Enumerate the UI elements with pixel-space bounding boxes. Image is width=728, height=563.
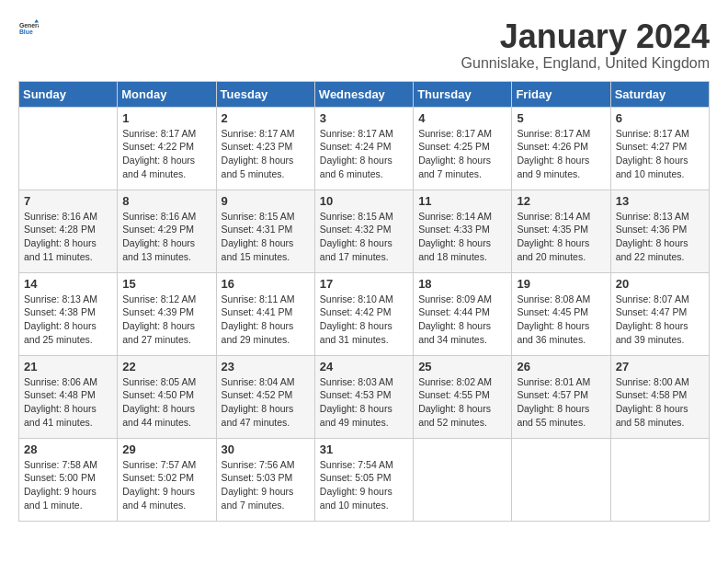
day-info: Sunrise: 8:14 AM Sunset: 4:35 PM Dayligh… [517,210,605,264]
calendar-cell: 19Sunrise: 8:08 AM Sunset: 4:45 PM Dayli… [512,272,610,355]
calendar-cell: 5Sunrise: 8:17 AM Sunset: 4:26 PM Daylig… [512,107,610,190]
day-number: 28 [24,442,112,456]
day-info: Sunrise: 8:13 AM Sunset: 4:36 PM Dayligh… [616,210,704,264]
day-number: 10 [320,194,408,208]
calendar-title: January 2024 [461,18,710,55]
day-number: 13 [616,194,704,208]
calendar-cell: 2Sunrise: 8:17 AM Sunset: 4:23 PM Daylig… [216,107,314,190]
day-number: 30 [222,442,310,456]
day-info: Sunrise: 8:16 AM Sunset: 4:28 PM Dayligh… [24,210,112,264]
day-number: 14 [24,277,112,291]
calendar-cell: 18Sunrise: 8:09 AM Sunset: 4:44 PM Dayli… [414,272,512,355]
calendar-cell: 21Sunrise: 8:06 AM Sunset: 4:48 PM Dayli… [19,355,118,438]
day-number: 22 [122,360,210,373]
day-number: 5 [517,111,605,125]
col-friday: Friday [512,81,610,107]
day-number: 29 [122,442,210,456]
day-info: Sunrise: 8:02 AM Sunset: 4:55 PM Dayligh… [418,375,506,430]
col-wednesday: Wednesday [314,81,413,107]
day-number: 20 [616,277,704,291]
day-info: Sunrise: 8:08 AM Sunset: 4:45 PM Dayligh… [517,293,605,347]
col-tuesday: Tuesday [216,81,314,107]
day-info: Sunrise: 8:15 AM Sunset: 4:32 PM Dayligh… [320,210,408,264]
calendar-cell: 22Sunrise: 8:05 AM Sunset: 4:50 PM Dayli… [118,355,216,438]
calendar-subtitle: Gunnislake, England, United Kingdom [461,55,710,72]
day-number: 31 [320,442,408,456]
calendar-cell: 25Sunrise: 8:02 AM Sunset: 4:55 PM Dayli… [414,355,512,438]
day-info: Sunrise: 7:58 AM Sunset: 5:00 PM Dayligh… [24,458,112,512]
calendar-cell [512,438,610,521]
day-info: Sunrise: 8:16 AM Sunset: 4:29 PM Dayligh… [122,210,210,264]
day-info: Sunrise: 7:54 AM Sunset: 5:05 PM Dayligh… [320,458,408,512]
col-sunday: Sunday [19,81,118,107]
calendar-cell: 9Sunrise: 8:15 AM Sunset: 4:31 PM Daylig… [216,190,314,272]
day-number: 21 [24,360,112,373]
calendar-week-row: 21Sunrise: 8:06 AM Sunset: 4:48 PM Dayli… [19,355,710,438]
calendar-week-row: 7Sunrise: 8:16 AM Sunset: 4:28 PM Daylig… [19,190,710,272]
day-number: 3 [320,111,408,125]
calendar-cell: 3Sunrise: 8:17 AM Sunset: 4:24 PM Daylig… [314,107,413,190]
calendar-cell: 23Sunrise: 8:04 AM Sunset: 4:52 PM Dayli… [216,355,314,438]
day-number: 15 [122,277,210,291]
day-number: 2 [222,111,310,125]
day-info: Sunrise: 8:17 AM Sunset: 4:23 PM Dayligh… [222,127,310,181]
calendar-cell: 15Sunrise: 8:12 AM Sunset: 4:39 PM Dayli… [118,272,216,355]
day-number: 24 [320,360,408,373]
calendar-cell: 7Sunrise: 8:16 AM Sunset: 4:28 PM Daylig… [19,190,118,272]
calendar-cell [414,438,512,521]
calendar-cell: 8Sunrise: 8:16 AM Sunset: 4:29 PM Daylig… [118,190,216,272]
day-info: Sunrise: 8:17 AM Sunset: 4:22 PM Dayligh… [122,127,210,181]
day-info: Sunrise: 7:57 AM Sunset: 5:02 PM Dayligh… [122,458,210,512]
day-number: 18 [418,277,506,291]
day-info: Sunrise: 8:11 AM Sunset: 4:41 PM Dayligh… [222,293,310,347]
day-info: Sunrise: 8:17 AM Sunset: 4:27 PM Dayligh… [616,127,704,181]
calendar-cell: 12Sunrise: 8:14 AM Sunset: 4:35 PM Dayli… [512,190,610,272]
day-number: 19 [517,277,605,291]
calendar-cell: 29Sunrise: 7:57 AM Sunset: 5:02 PM Dayli… [118,438,216,521]
calendar-cell: 10Sunrise: 8:15 AM Sunset: 4:32 PM Dayli… [314,190,413,272]
day-number: 1 [122,111,210,125]
calendar-cell [610,438,709,521]
day-info: Sunrise: 8:13 AM Sunset: 4:38 PM Dayligh… [24,293,112,347]
svg-text:General: General [19,22,39,29]
day-number: 25 [418,360,506,373]
calendar-cell: 6Sunrise: 8:17 AM Sunset: 4:27 PM Daylig… [610,107,709,190]
day-info: Sunrise: 8:12 AM Sunset: 4:39 PM Dayligh… [122,293,210,347]
day-number: 6 [616,111,704,125]
day-info: Sunrise: 8:07 AM Sunset: 4:47 PM Dayligh… [616,293,704,347]
svg-marker-2 [34,19,39,23]
logo: General Blue [18,18,39,42]
logo-graphic: General Blue [18,18,39,42]
calendar-cell: 1Sunrise: 8:17 AM Sunset: 4:22 PM Daylig… [118,107,216,190]
calendar-table: Sunday Monday Tuesday Wednesday Thursday… [18,81,710,522]
calendar-week-row: 28Sunrise: 7:58 AM Sunset: 5:00 PM Dayli… [19,438,710,521]
calendar-cell: 30Sunrise: 7:56 AM Sunset: 5:03 PM Dayli… [216,438,314,521]
day-info: Sunrise: 8:17 AM Sunset: 4:26 PM Dayligh… [517,127,605,181]
day-info: Sunrise: 8:10 AM Sunset: 4:42 PM Dayligh… [320,293,408,347]
calendar-cell: 4Sunrise: 8:17 AM Sunset: 4:25 PM Daylig… [414,107,512,190]
day-info: Sunrise: 8:09 AM Sunset: 4:44 PM Dayligh… [418,293,506,347]
day-number: 12 [517,194,605,208]
calendar-cell: 26Sunrise: 8:01 AM Sunset: 4:57 PM Dayli… [512,355,610,438]
day-info: Sunrise: 8:14 AM Sunset: 4:33 PM Dayligh… [418,210,506,264]
day-number: 23 [222,360,310,373]
calendar-cell: 20Sunrise: 8:07 AM Sunset: 4:47 PM Dayli… [610,272,709,355]
day-number: 17 [320,277,408,291]
day-info: Sunrise: 8:03 AM Sunset: 4:53 PM Dayligh… [320,375,408,430]
calendar-week-row: 14Sunrise: 8:13 AM Sunset: 4:38 PM Dayli… [19,272,710,355]
day-number: 9 [222,194,310,208]
calendar-cell: 28Sunrise: 7:58 AM Sunset: 5:00 PM Dayli… [19,438,118,521]
calendar-cell: 14Sunrise: 8:13 AM Sunset: 4:38 PM Dayli… [19,272,118,355]
day-number: 4 [418,111,506,125]
day-number: 27 [616,360,704,373]
day-info: Sunrise: 8:17 AM Sunset: 4:24 PM Dayligh… [320,127,408,181]
calendar-title-area: January 2024 Gunnislake, England, United… [461,18,710,72]
svg-text:Blue: Blue [19,29,33,35]
calendar-cell: 13Sunrise: 8:13 AM Sunset: 4:36 PM Dayli… [610,190,709,272]
col-saturday: Saturday [610,81,709,107]
day-info: Sunrise: 8:04 AM Sunset: 4:52 PM Dayligh… [222,375,310,430]
day-number: 11 [418,194,506,208]
col-thursday: Thursday [414,81,512,107]
day-number: 26 [517,360,605,373]
calendar-cell [19,107,118,190]
